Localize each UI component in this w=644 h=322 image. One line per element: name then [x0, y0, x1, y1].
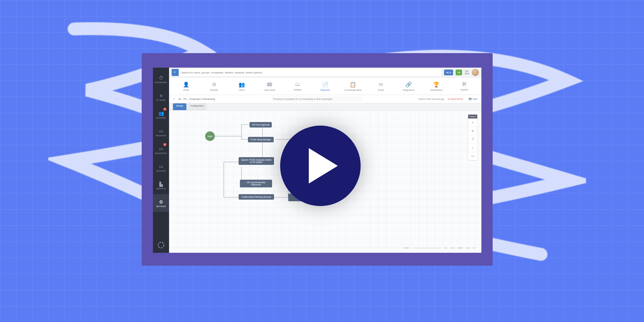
errors-link[interactable]: ⊘ Found errors [448, 98, 463, 100]
wrench-icon: 🛠 [462, 81, 467, 87]
people-icon: 👥 [158, 110, 164, 116]
date-display: JUL 6/24 [465, 70, 469, 75]
action-add[interactable]: + [468, 118, 477, 127]
date-day: 6/24 [465, 72, 469, 75]
sidebar-label: SETTINGS [156, 205, 166, 207]
sidebar-label: DASHBOARD [155, 81, 167, 83]
plus-icon: + [471, 120, 474, 125]
sidebar: ⏱ DASHBOARD ≡ MY WORK 👥 MANAGER 9 ▭ REQU… [153, 68, 169, 253]
nav-helpdesks[interactable]: ☎Help Desks [260, 81, 279, 91]
bell-icon: ★ [446, 71, 448, 74]
gear-icon: ⚙ [212, 81, 216, 88]
svg-point-0 [158, 242, 164, 248]
actions-panel: Actions + ✕ ? ↕ ↪ [468, 114, 478, 161]
action-delete[interactable]: ✕ [468, 127, 477, 135]
save-button[interactable]: 💾 Save [469, 98, 478, 100]
sidebar-item-manager[interactable]: 👥 MANAGER 9 [153, 106, 169, 123]
tab-configuration[interactable]: Configuration [187, 103, 207, 110]
envelope-icon: ✉ [379, 81, 383, 88]
sidebar-label: MANAGER [156, 117, 166, 119]
workflow-id: 02 · IPL - Employee Onboarding [178, 98, 215, 100]
book-icon: 📋 [350, 81, 356, 88]
tab-row: Design Configuration [169, 103, 481, 110]
error-icon: ⊘ [448, 98, 450, 100]
nav-gamification[interactable]: 🏆Gamification [427, 81, 446, 91]
action-help[interactable]: ? [468, 135, 477, 144]
notif-count: 19 [448, 71, 451, 74]
node-start[interactable]: Start [205, 131, 215, 141]
link-icon: 🔗 [405, 81, 412, 88]
zoom-slider[interactable] [412, 248, 441, 248]
nav-roles[interactable]: 👤Roles [176, 81, 196, 91]
tab-design[interactable]: Design [173, 103, 186, 110]
expand-icon: ↕ [472, 146, 474, 150]
gear-icon: ⚙ [158, 199, 164, 205]
folder-icon: 🗂 [295, 81, 300, 87]
nav-general[interactable]: ⚙General [204, 81, 224, 91]
badge: 4 [163, 143, 166, 146]
search-icon: 🔍 [174, 71, 177, 74]
sidebar-label: REPORTS [156, 188, 166, 190]
trophy-icon: 🏆 [433, 81, 440, 88]
nav-system[interactable]: 🛠System [455, 81, 474, 91]
nav-integrations[interactable]: 🔗Integrations [399, 81, 418, 91]
save-icon: 💾 [469, 98, 472, 100]
question-icon: ? [472, 137, 474, 142]
doc-icon: ▭ [158, 146, 164, 152]
person-icon: 👤 [183, 81, 189, 88]
date-month: JUL [465, 70, 469, 72]
breadcrumb: ✓ 02 · IPL - Employee Onboarding Saved a… [169, 95, 481, 103]
close-icon: ✕ [471, 129, 474, 133]
sidebar-logo [157, 241, 165, 250]
play-icon [309, 148, 338, 184]
badge: 9 [163, 108, 166, 111]
gauge-icon: ⏱ [158, 75, 164, 81]
node-push-details[interactable]: System: PUSH employee details to HR syst… [239, 157, 274, 165]
sidebar-item-dashboard[interactable]: ⏱ DASHBOARD [153, 70, 169, 88]
check-icon: ✓ [173, 98, 175, 100]
notification-pill[interactable]: ★ 19 [444, 70, 453, 75]
nav-email[interactable]: ✉Email [371, 81, 391, 91]
nav-requests[interactable]: 📄Requests [316, 81, 335, 91]
sidebar-label: MY WORK [156, 99, 166, 101]
zoom-control[interactable]: 100% -3x -1.5x 100% 1.5x 3x [404, 247, 475, 249]
node-hiring-manager[interactable]: To the Hiring Manager [248, 137, 274, 142]
redo-icon: ↪ [471, 154, 474, 158]
play-button[interactable] [280, 126, 361, 206]
zoom-label: 100% [404, 247, 409, 249]
nav-users[interactable]: 👥Users [232, 81, 251, 91]
node-benefits[interactable]: HR: Submit Benefits Paperwork [240, 180, 272, 187]
nav-kb[interactable]: 📋Knowledge Base [343, 81, 363, 91]
settings-navbar: 👤Roles ⚙General 👥Users ☎Help Desks 🗂Cata… [169, 77, 481, 95]
workflow-description[interactable] [272, 96, 362, 102]
save-status: Saved a few seconds ago [419, 98, 444, 100]
topbar: 🔍 ★ 19 + ▾ JUL 6/24 [169, 68, 481, 77]
search-button[interactable]: 🔍 [172, 69, 179, 76]
sidebar-item-requests[interactable]: ▭ REQUESTS [153, 123, 169, 141]
headset-icon: ☎ [266, 81, 273, 88]
sidebar-item-reports[interactable]: ▙ REPORTS [153, 176, 169, 194]
sidebar-item-requested[interactable]: ▭ REQUESTED 4 [153, 141, 169, 159]
chart-icon: ▙ [158, 181, 164, 187]
avatar[interactable] [472, 69, 479, 76]
svg-marker-1 [309, 148, 338, 184]
sidebar-label: REQUESTED [155, 152, 167, 154]
chevron-down-icon: ▾ [459, 71, 460, 74]
sidebar-label: ARTICLES [156, 170, 166, 172]
actions-header: Actions [468, 115, 477, 118]
action-expand[interactable]: ↕ [468, 144, 477, 152]
sidebar-item-settings[interactable]: ⚙ SETTINGS [153, 194, 169, 212]
search-input[interactable] [179, 71, 441, 74]
doc-icon: ▭ [158, 128, 164, 134]
doc-icon: ▭ [158, 164, 164, 169]
add-button[interactable]: + ▾ [456, 70, 462, 75]
sidebar-item-articles[interactable]: ▭ ARTICLES [153, 159, 169, 176]
action-redo[interactable]: ↪ [468, 152, 477, 160]
sidebar-item-mywork[interactable]: ≡ MY WORK [153, 88, 169, 106]
node-hr-approval[interactable]: HR Form Approval [250, 122, 272, 128]
sidebar-label: REQUESTS [156, 135, 166, 137]
nav-catalog[interactable]: 🗂Catalog [288, 81, 307, 91]
node-create-ad[interactable]: Create Active Directory Account [239, 194, 274, 200]
people-icon: 👥 [239, 81, 245, 88]
list-icon: ≡ [158, 93, 164, 99]
